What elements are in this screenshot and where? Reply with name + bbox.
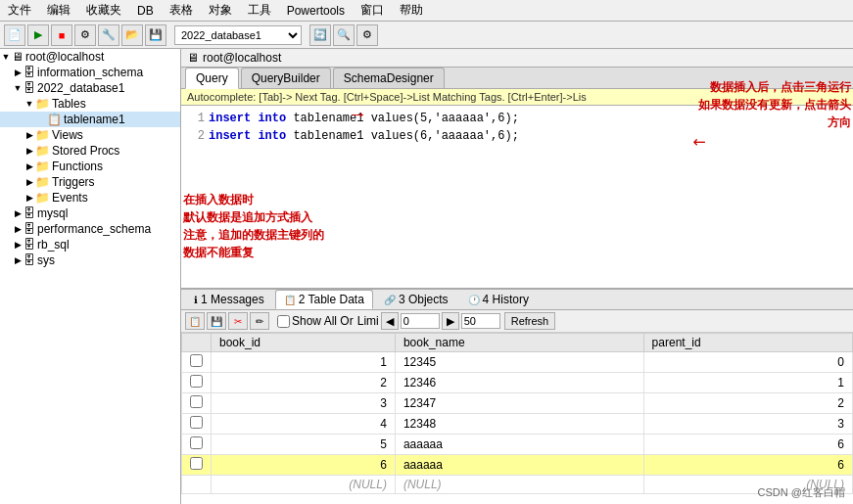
sidebar-item-performance-schema[interactable]: ▶ 🗄 performance_schema <box>0 221 180 237</box>
tab-querybuilder[interactable]: QueryBuilder <box>241 68 331 88</box>
tool2-btn[interactable]: 🔧 <box>98 24 119 46</box>
menu-item-table[interactable]: 表格 <box>166 0 197 21</box>
tab-schemadesigner[interactable]: SchemaDesigner <box>333 68 445 88</box>
refresh-toolbar-btn[interactable]: 🔄 <box>309 24 331 46</box>
sidebar-item-functions[interactable]: ▶ 📁 Functions <box>0 159 180 174</box>
menu-item-help[interactable]: 帮助 <box>396 0 427 21</box>
tables-toggle[interactable]: ▼ <box>24 99 35 109</box>
rt-btn3[interactable]: ✂ <box>228 312 248 330</box>
limit-start-input[interactable] <box>401 313 440 329</box>
table-row[interactable]: 2123461 <box>182 373 853 393</box>
table-row[interactable]: 3123472 <box>182 393 853 414</box>
cell-parent-id: (NULL) <box>643 476 852 494</box>
result-tab-objects[interactable]: 🔗 3 Objects <box>375 290 457 309</box>
tool1-btn[interactable]: ⚙ <box>74 24 96 46</box>
table-row[interactable]: 4123483 <box>182 414 853 435</box>
menu-item-objects[interactable]: 对象 <box>205 0 236 21</box>
sidebar-item-tables[interactable]: ▼ 📁 Tables <box>0 96 180 112</box>
data-table-wrap[interactable]: book_id book_name parent_id 112345021234… <box>181 333 853 504</box>
info-schema-toggle[interactable]: ▶ <box>12 68 24 77</box>
cell-book-id: 4 <box>212 414 396 435</box>
views-toggle[interactable]: ▶ <box>24 130 35 140</box>
mysql-toggle[interactable]: ▶ <box>12 208 24 218</box>
triggers-label: Triggers <box>52 175 95 189</box>
menu-item-edit[interactable]: 编辑 <box>43 0 74 21</box>
row-checkbox-cell[interactable] <box>182 373 212 393</box>
sidebar-item-triggers[interactable]: ▶ 📁 Triggers <box>0 174 180 190</box>
triggers-toggle[interactable]: ▶ <box>24 177 35 187</box>
sidebar-item-2022-database1[interactable]: ▼ 🗄 2022_database1 <box>0 80 180 96</box>
sidebar-root[interactable]: ▼ 🖥 root@localhost <box>0 49 180 65</box>
menu-item-db[interactable]: DB <box>133 2 158 20</box>
rt-btn2[interactable]: 💾 <box>207 312 226 330</box>
menu-bar: 文件 编辑 收藏夹 DB 表格 对象 工具 Powertools 窗口 帮助 <box>0 0 853 22</box>
rt-btn1[interactable]: 📋 <box>185 312 205 330</box>
menu-item-window[interactable]: 窗口 <box>356 0 388 21</box>
table-row[interactable]: 6aaaaaa6 <box>182 455 853 476</box>
row-checkbox[interactable] <box>190 375 203 388</box>
tab-query[interactable]: Query <box>185 68 239 89</box>
cell-book-name: (NULL) <box>395 476 643 494</box>
menu-item-powertools[interactable]: Powertools <box>283 2 349 20</box>
rbsql-toggle[interactable]: ▶ <box>12 240 24 250</box>
rt-btn4[interactable]: ✏ <box>250 312 269 330</box>
row-checkbox-cell[interactable] <box>182 352 212 373</box>
menu-item-tools[interactable]: 工具 <box>244 0 275 21</box>
row-checkbox-cell[interactable] <box>182 393 212 414</box>
sidebar-item-stored-procs[interactable]: ▶ 📁 Stored Procs <box>0 143 180 159</box>
row-checkbox-cell[interactable] <box>182 455 212 476</box>
col-book-id[interactable]: book_id <box>212 334 396 352</box>
sidebar-item-information-schema[interactable]: ▶ 🗄 information_schema <box>0 65 180 80</box>
sidebar-item-events[interactable]: ▶ 📁 Events <box>0 190 180 206</box>
database-select[interactable]: 2022_database1 <box>174 25 302 45</box>
table-row[interactable]: 5aaaaaa6 <box>182 435 853 455</box>
result-tab-history[interactable]: 🕐 4 History <box>459 290 538 309</box>
stop-btn[interactable]: ■ <box>51 24 72 46</box>
new-btn[interactable]: 📄 <box>4 24 25 46</box>
objects-tab-label: 3 Objects <box>399 293 449 306</box>
limit-count-input[interactable] <box>461 313 500 329</box>
row-checkbox-cell[interactable] <box>182 476 212 494</box>
sidebar-item-mysql[interactable]: ▶ 🗄 mysql <box>0 206 180 221</box>
perf-toggle[interactable]: ▶ <box>12 224 24 234</box>
result-tab-messages[interactable]: ℹ 1 Messages <box>185 290 273 309</box>
events-toggle[interactable]: ▶ <box>24 193 35 203</box>
row-checkbox[interactable] <box>190 416 203 429</box>
result-tab-tabledata[interactable]: 📋 2 Table Data <box>275 290 373 309</box>
col-parent-id[interactable]: parent_id <box>643 334 852 352</box>
row-checkbox-cell[interactable] <box>182 435 212 455</box>
query-editor[interactable]: 1 insert into tablename1 values(5,'aaaaa… <box>181 106 853 289</box>
menu-item-file[interactable]: 文件 <box>4 0 35 21</box>
nav-prev-btn[interactable]: ◀ <box>381 312 399 330</box>
col-book-name[interactable]: book_name <box>395 334 643 352</box>
cell-book-name: aaaaaa <box>395 455 643 476</box>
sidebar-item-views[interactable]: ▶ 📁 Views <box>0 127 180 143</box>
sidebar-item-tablename1[interactable]: 📋 tablename1 <box>0 112 180 127</box>
tool3-btn[interactable]: 📂 <box>121 24 143 46</box>
table-row[interactable]: (NULL)(NULL)(NULL) <box>182 476 853 494</box>
row-checkbox-cell[interactable] <box>182 414 212 435</box>
sidebar-item-sys[interactable]: ▶ 🗄 sys <box>0 252 180 268</box>
row-checkbox[interactable] <box>190 395 203 408</box>
table-row[interactable]: 1123450 <box>182 352 853 373</box>
menu-item-favorites[interactable]: 收藏夹 <box>82 0 125 21</box>
row-checkbox[interactable] <box>190 457 203 470</box>
sidebar-item-rb-sql[interactable]: ▶ 🗄 rb_sql <box>0 237 180 252</box>
refresh-button[interactable]: Refresh <box>504 312 556 330</box>
sys-toggle[interactable]: ▶ <box>12 255 24 265</box>
tool4-btn[interactable]: 💾 <box>145 24 166 46</box>
nav-next-btn[interactable]: ▶ <box>442 312 459 330</box>
procs-toggle[interactable]: ▶ <box>24 146 35 156</box>
root-toggle[interactable]: ▼ <box>0 52 12 62</box>
cell-book-name: aaaaaa <box>395 435 643 455</box>
functions-toggle[interactable]: ▶ <box>24 161 35 171</box>
settings-btn[interactable]: ⚙ <box>356 24 378 46</box>
row-checkbox[interactable] <box>190 436 203 449</box>
show-all-checkbox[interactable] <box>277 315 290 328</box>
search-btn[interactable]: 🔍 <box>333 24 355 46</box>
row-checkbox[interactable] <box>190 354 203 367</box>
run-btn[interactable]: ▶ <box>27 24 49 46</box>
views-label: Views <box>52 128 83 142</box>
perf-label: performance_schema <box>37 222 151 236</box>
db1-toggle[interactable]: ▼ <box>12 83 24 93</box>
